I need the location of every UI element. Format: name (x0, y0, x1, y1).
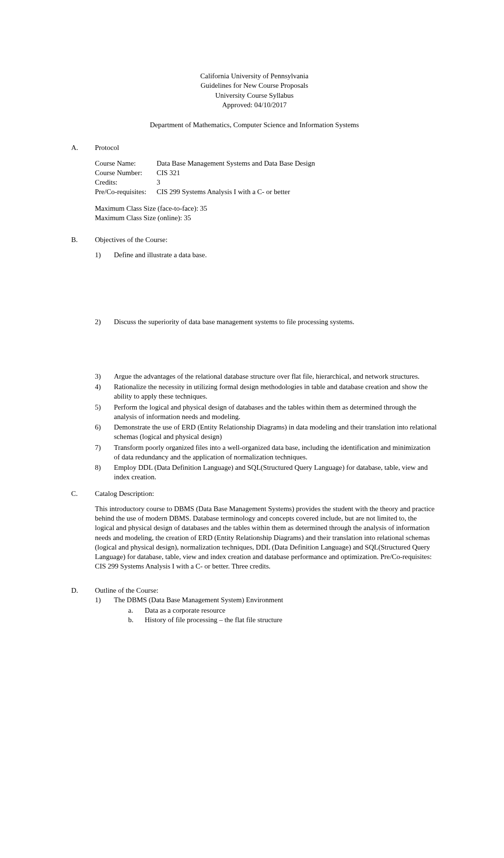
outline-subitem-text: Data as a corporate resource (145, 606, 438, 615)
course-number-label: Course Number: (95, 168, 157, 177)
outline-subitem: a.Data as a corporate resource (95, 606, 438, 615)
objectives-list: 1)Define and illustrate a data base.2)Di… (95, 250, 438, 482)
catalog-description: This introductory course to DBMS (Data B… (95, 504, 438, 571)
header-approved: Approved: 04/10/2017 (71, 100, 438, 110)
header-syllabus: University Course Syllabus (71, 91, 438, 100)
objective-number: 3) (95, 372, 114, 381)
prereq-value: CIS 299 Systems Analysis I with a C- or … (157, 187, 438, 196)
objective-item: 4)Rationalize the necessity in utilizing… (95, 382, 438, 401)
objective-text: Employ DDL (Data Definition Language) an… (114, 463, 438, 482)
course-name-label: Course Name: (95, 159, 157, 168)
objective-item: 7)Transform poorly organized files into … (95, 443, 438, 462)
outline-item: 1)The DBMS (Data Base Management System)… (95, 595, 438, 605)
section-b-title: Objectives of the Course: (95, 235, 438, 244)
document-header: California University of Pennsylvania Gu… (71, 71, 438, 110)
section-b: B. Objectives of the Course: 1)Define an… (71, 235, 438, 483)
objective-item: 2)Discuss the superiority of data base m… (95, 317, 438, 326)
section-b-letter: B. (71, 235, 95, 483)
objective-item: 1)Define and illustrate a data base. (95, 250, 438, 260)
objective-number: 8) (95, 463, 114, 482)
section-d: D. Outline of the Course: 1)The DBMS (Da… (71, 586, 438, 625)
protocol-fields: Course Name: Data Base Management System… (95, 159, 438, 197)
objective-number: 7) (95, 443, 114, 462)
section-c: C. Catalog Description: This introductor… (71, 489, 438, 580)
section-d-title: Outline of the Course: (95, 586, 438, 595)
outline-subitem-letter: a. (128, 606, 145, 615)
max-class-sizes: Maximum Class Size (face-to-face): 35 Ma… (95, 204, 438, 223)
section-c-title: Catalog Description: (95, 489, 438, 498)
objective-number: 2) (95, 317, 114, 326)
max-face-to-face: Maximum Class Size (face-to-face): 35 (95, 204, 438, 213)
section-c-letter: C. (71, 489, 95, 580)
outline-subitem-text: History of file processing – the flat fi… (145, 615, 438, 625)
objective-item: 8)Employ DDL (Data Definition Language) … (95, 463, 438, 482)
objective-number: 4) (95, 382, 114, 401)
department-line: Department of Mathematics, Computer Scie… (71, 120, 438, 130)
course-name-value: Data Base Management Systems and Data Ba… (157, 159, 438, 168)
outline-number: 1) (95, 595, 114, 605)
objective-text: Discuss the superiority of data base man… (114, 317, 438, 326)
outline-text: The DBMS (Data Base Management System) E… (114, 595, 438, 605)
objective-text: Perform the logical and physical design … (114, 402, 438, 422)
objective-item: 5)Perform the logical and physical desig… (95, 402, 438, 422)
objective-text: Demonstrate the use of ERD (Entity Relat… (114, 422, 438, 442)
outline-list: 1)The DBMS (Data Base Management System)… (95, 595, 438, 625)
objective-text: Argue the advantages of the relational d… (114, 372, 438, 381)
objective-item: 6)Demonstrate the use of ERD (Entity Rel… (95, 422, 438, 442)
objective-item: 3)Argue the advantages of the relational… (95, 372, 438, 381)
objective-number: 5) (95, 402, 114, 422)
prereq-label: Pre/Co-requisites: (95, 187, 157, 196)
section-a-title: Protocol (95, 143, 438, 152)
section-a: A. Protocol Course Name: Data Base Manag… (71, 143, 438, 229)
header-university: California University of Pennsylvania (71, 71, 438, 81)
max-online: Maximum Class Size (online): 35 (95, 213, 438, 223)
objective-number: 1) (95, 250, 114, 260)
credits-label: Credits: (95, 177, 157, 187)
objective-text: Rationalize the necessity in utilizing f… (114, 382, 438, 401)
objective-number: 6) (95, 422, 114, 442)
credits-value: 3 (157, 177, 438, 187)
outline-subitem-letter: b. (128, 615, 145, 625)
course-number-value: CIS 321 (157, 168, 438, 177)
section-a-letter: A. (71, 143, 95, 229)
outline-subitem: b.History of file processing – the flat … (95, 615, 438, 625)
section-d-letter: D. (71, 586, 95, 625)
header-guidelines: Guidelines for New Course Proposals (71, 81, 438, 90)
objective-text: Define and illustrate a data base. (114, 250, 438, 260)
objective-text: Transform poorly organized files into a … (114, 443, 438, 462)
